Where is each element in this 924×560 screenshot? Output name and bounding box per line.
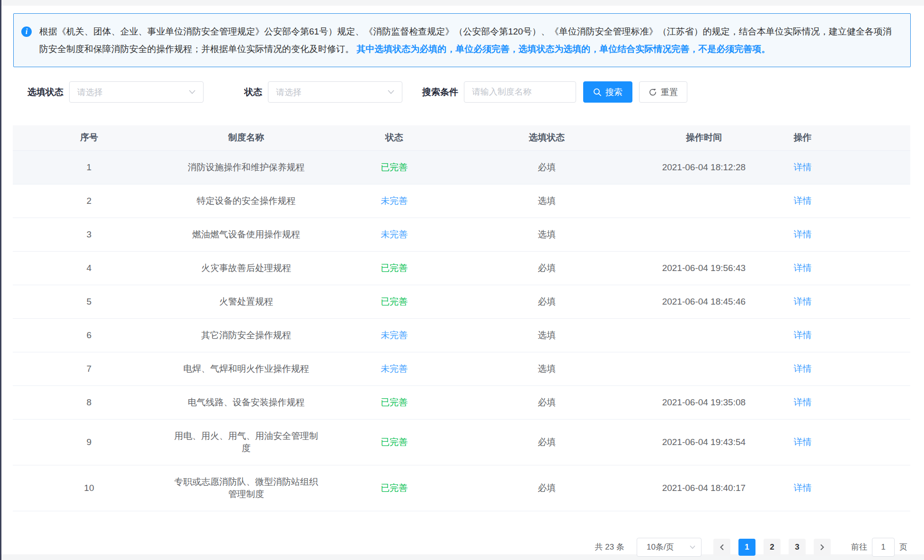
optional-status-select[interactable]: 请选择 [69, 81, 204, 103]
cell-fill-status: 选填 [462, 318, 632, 352]
cell-status: 未完善 [327, 352, 462, 385]
cell-time: 2021-06-04 19:35:08 [632, 385, 775, 419]
status-text: 已完善 [381, 397, 408, 407]
cell-index: 2 [13, 184, 165, 218]
table-row: 4火灾事故善后处理规程已完善必填2021-06-04 19:56:43详情 [13, 251, 910, 285]
page-number-button[interactable]: 1 [738, 539, 755, 556]
total-count: 共 23 条 [595, 542, 624, 552]
table-row: 1消防设施操作和维护保养规程已完善必填2021-06-04 18:12:28详情 [13, 150, 910, 184]
cell-action: 详情 [776, 318, 830, 352]
detail-link[interactable]: 详情 [793, 397, 811, 407]
status-select[interactable]: 请选择 [268, 81, 402, 103]
cell-status: 已完善 [327, 465, 462, 511]
refresh-icon [649, 88, 657, 96]
page-number-button[interactable]: 3 [789, 539, 806, 556]
cell-action: 详情 [776, 218, 830, 251]
cell-status: 已完善 [327, 150, 462, 184]
prev-page-button[interactable] [713, 539, 730, 556]
status-text: 已完善 [381, 483, 408, 493]
status-label: 状态 [244, 86, 262, 98]
column-header-fill-status: 选填状态 [462, 125, 632, 150]
cell-name: 用电、用火、用气、用油安全管理制度 [165, 419, 327, 465]
cell-gutter [829, 150, 910, 184]
table-row: 7电焊、气焊和明火作业操作规程未完善选填详情 [13, 352, 910, 385]
chevron-down-icon [690, 545, 695, 549]
cell-time [632, 352, 775, 385]
cell-index: 6 [13, 318, 165, 352]
search-input[interactable] [464, 81, 576, 103]
cell-name: 专职或志愿消防队、微型消防站组织管理制度 [165, 465, 327, 511]
status-text: 已完善 [381, 162, 408, 172]
cell-action: 详情 [776, 285, 830, 318]
cell-index: 7 [13, 352, 165, 385]
status-text: 已完善 [381, 297, 408, 306]
status-text: 已完善 [381, 263, 408, 273]
cell-fill-status: 必填 [462, 419, 632, 465]
banner-text-highlight: 其中选填状态为必填的，单位必须完善，选填状态为选填的，单位结合实际情况完善，不是… [354, 44, 770, 54]
filter-bar: 选填状态 请选择 状态 请选择 搜索条件 搜索 重置 [27, 81, 924, 103]
cell-time: 2021-06-04 19:43:54 [632, 419, 775, 465]
cell-index: 5 [13, 285, 165, 318]
detail-link[interactable]: 详情 [793, 162, 811, 172]
pager: 123 [713, 539, 831, 556]
cell-name: 特定设备的安全操作规程 [165, 184, 327, 218]
cell-name: 火灾事故善后处理规程 [165, 251, 327, 285]
cell-time [632, 318, 775, 352]
cell-action: 详情 [776, 385, 830, 419]
chevron-down-icon [388, 90, 394, 94]
optional-status-label: 选填状态 [27, 86, 63, 98]
cell-status: 已完善 [327, 285, 462, 318]
detail-link[interactable]: 详情 [793, 229, 811, 239]
cell-name: 电气线路、设备安装操作规程 [165, 385, 327, 419]
table-body: 1消防设施操作和维护保养规程已完善必填2021-06-04 18:12:28详情… [13, 150, 910, 511]
cell-fill-status: 必填 [462, 251, 632, 285]
page-number-button[interactable]: 2 [764, 539, 781, 556]
cell-fill-status: 选填 [462, 184, 632, 218]
table-row: 9用电、用火、用气、用油安全管理制度已完善必填2021-06-04 19:43:… [13, 419, 910, 465]
goto-suffix: 页 [899, 542, 907, 552]
detail-link[interactable]: 详情 [793, 483, 811, 493]
next-page-button[interactable] [814, 539, 831, 556]
cell-name: 火警处置规程 [165, 285, 327, 318]
table-row: 6其它消防安全操作规程未完善选填详情 [13, 318, 910, 352]
banner-text: 根据《机关、团体、企业、事业单位消防安全管理规定》公安部令第61号）规定、《消防… [39, 23, 900, 58]
cell-gutter [829, 285, 910, 318]
cell-action: 详情 [776, 150, 830, 184]
status-text: 未完善 [381, 364, 408, 374]
detail-link[interactable]: 详情 [793, 364, 811, 374]
status-text: 已完善 [381, 437, 408, 447]
status-text: 未完善 [381, 330, 408, 340]
cell-gutter [829, 251, 910, 285]
cell-status: 未完善 [327, 218, 462, 251]
detail-link[interactable]: 详情 [793, 196, 811, 206]
table-row: 8电气线路、设备安装操作规程已完善必填2021-06-04 19:35:08详情 [13, 385, 910, 419]
cell-gutter [829, 465, 910, 511]
cell-name: 燃油燃气设备使用操作规程 [165, 218, 327, 251]
cell-time: 2021-06-04 18:45:46 [632, 285, 775, 318]
cell-status: 未完善 [327, 184, 462, 218]
cell-fill-status: 必填 [462, 285, 632, 318]
cell-index: 4 [13, 251, 165, 285]
cell-action: 详情 [776, 419, 830, 465]
detail-link[interactable]: 详情 [793, 330, 811, 340]
cell-gutter [829, 218, 910, 251]
cell-time: 2021-06-04 18:40:17 [632, 465, 775, 511]
goto-page-input[interactable] [872, 538, 895, 557]
reset-button-label: 重置 [661, 87, 678, 98]
detail-link[interactable]: 详情 [793, 263, 811, 273]
content-card: i 根据《机关、团体、企业、事业单位消防安全管理规定》公安部令第61号）规定、《… [1, 6, 924, 554]
cell-name: 消防设施操作和维护保养规程 [165, 150, 327, 184]
detail-link[interactable]: 详情 [793, 437, 811, 447]
column-header-name: 制度名称 [165, 125, 327, 150]
cell-name: 电焊、气焊和明火作业操作规程 [165, 352, 327, 385]
page-size-select[interactable]: 10条/页 [637, 538, 702, 557]
info-banner: i 根据《机关、团体、企业、事业单位消防安全管理规定》公安部令第61号）规定、《… [13, 13, 911, 67]
info-icon: i [21, 26, 32, 37]
cell-action: 详情 [776, 352, 830, 385]
reset-button[interactable]: 重置 [639, 81, 687, 103]
optional-status-placeholder: 请选择 [77, 87, 103, 98]
search-button[interactable]: 搜索 [583, 81, 632, 103]
detail-link[interactable]: 详情 [793, 297, 811, 306]
cell-index: 10 [13, 465, 165, 511]
cell-fill-status: 必填 [462, 150, 632, 184]
